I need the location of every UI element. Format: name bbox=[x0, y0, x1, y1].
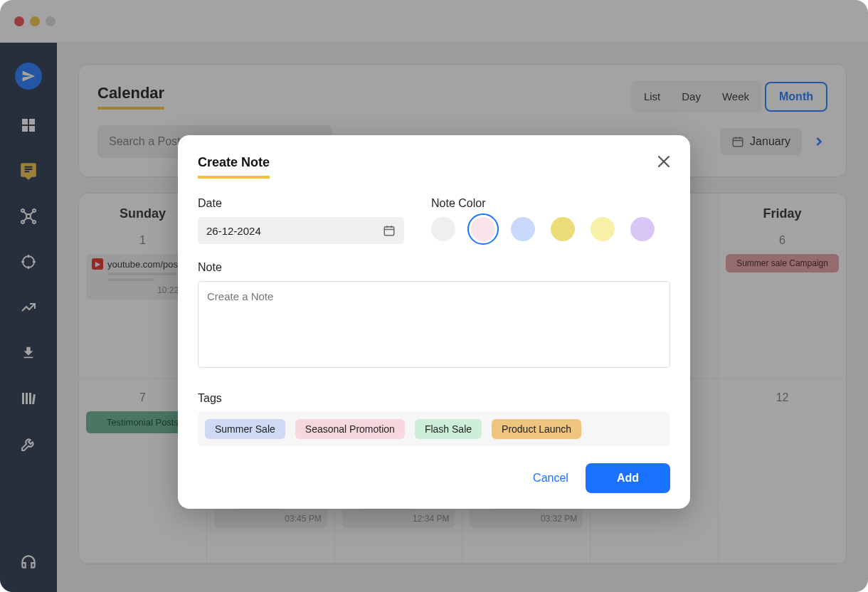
main-area: Calendar List Day Week Month bbox=[57, 43, 868, 592]
tags-bar: Summer Sale Seasonal Promotion Flash Sal… bbox=[198, 412, 670, 446]
modal-title: Create Note bbox=[198, 155, 270, 179]
app-body: Calendar List Day Week Month bbox=[0, 43, 868, 592]
app-window: Calendar List Day Week Month bbox=[0, 0, 868, 592]
tag-product-launch[interactable]: Product Launch bbox=[492, 419, 581, 439]
close-icon bbox=[655, 152, 673, 171]
svg-rect-28 bbox=[384, 227, 394, 236]
color-blue[interactable] bbox=[511, 217, 535, 241]
color-white[interactable] bbox=[431, 217, 455, 241]
color-purple[interactable] bbox=[630, 217, 655, 241]
tags-label: Tags bbox=[198, 392, 222, 404]
calendar-icon bbox=[383, 224, 396, 237]
date-label: Date bbox=[198, 197, 404, 210]
color-swatches bbox=[431, 217, 655, 241]
date-input[interactable]: 26-12-2024 bbox=[198, 217, 404, 244]
date-value: 26-12-2024 bbox=[206, 225, 261, 237]
modal-overlay: Create Note Date 26-12-2024 bbox=[0, 0, 868, 592]
color-yellow[interactable] bbox=[551, 217, 575, 241]
tag-seasonal-promotion[interactable]: Seasonal Promotion bbox=[295, 419, 405, 439]
note-label: Note bbox=[198, 261, 222, 273]
tag-flash-sale[interactable]: Flash Sale bbox=[415, 419, 482, 439]
add-button[interactable]: Add bbox=[586, 463, 670, 493]
close-button[interactable] bbox=[655, 152, 673, 171]
color-cream[interactable] bbox=[591, 217, 615, 241]
cancel-button[interactable]: Cancel bbox=[533, 472, 568, 485]
tag-summer-sale[interactable]: Summer Sale bbox=[205, 419, 285, 439]
color-label: Note Color bbox=[431, 197, 655, 210]
note-textarea[interactable] bbox=[198, 281, 670, 368]
color-pink[interactable] bbox=[471, 217, 495, 241]
create-note-modal: Create Note Date 26-12-2024 bbox=[178, 135, 690, 509]
